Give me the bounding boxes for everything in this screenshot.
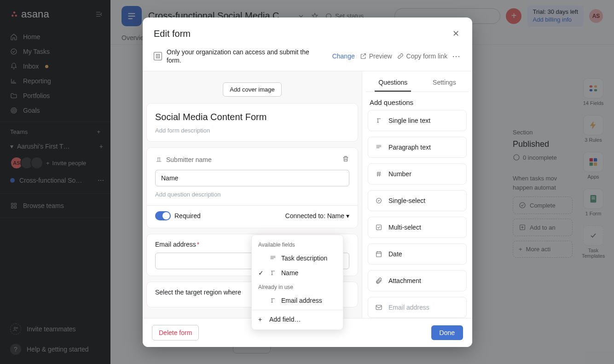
change-access-link[interactable]: Change: [332, 52, 355, 60]
text-para-icon: [269, 254, 277, 262]
form-settings-panel: Questions Settings Add questions Single …: [362, 71, 472, 318]
check-icon: ✓: [258, 269, 265, 277]
text-line-icon: [269, 297, 277, 304]
delete-form-button[interactable]: Delete form: [152, 325, 199, 341]
copy-form-link-button[interactable]: Copy form link: [397, 52, 447, 60]
dd-group-available: Available fields: [252, 238, 343, 251]
text-line-icon: [269, 269, 277, 277]
dd-item-name[interactable]: ✓ Name: [252, 266, 343, 280]
required-toggle[interactable]: [155, 211, 171, 220]
modal-title: Edit form: [154, 29, 191, 39]
chevron-down-icon: ▾: [346, 212, 349, 220]
qtype-date[interactable]: Date: [368, 243, 467, 265]
done-button[interactable]: Done: [431, 325, 463, 340]
radio-icon: [375, 197, 382, 204]
dd-item-email[interactable]: Email address: [252, 293, 343, 308]
form-title[interactable]: Social Media Content Form: [155, 112, 349, 122]
text-line-icon: [375, 117, 382, 124]
svg-rect-32: [376, 306, 382, 310]
question-description-placeholder[interactable]: Add question description: [155, 191, 349, 198]
qtype-paragraph[interactable]: Paragraph text: [368, 137, 467, 158]
text-para-icon: [375, 144, 382, 151]
add-questions-title: Add questions: [362, 92, 472, 110]
preview-button[interactable]: Preview: [359, 52, 392, 60]
question-card-submitter[interactable]: Submitter name Add question description …: [146, 147, 358, 228]
connected-to-dropdown[interactable]: Connected to: Name ▾: [285, 212, 349, 220]
qtype-single-select[interactable]: Single-select: [368, 190, 467, 211]
qtype-single-line[interactable]: Single line text: [368, 110, 467, 131]
form-header-card[interactable]: Social Media Content Form Add form descr…: [146, 103, 358, 142]
form-description-placeholder[interactable]: Add form description: [155, 127, 349, 134]
dd-group-inuse: Already in use: [252, 280, 343, 293]
qtype-email: Email address: [368, 297, 467, 318]
checkbox-icon: [375, 224, 382, 231]
question-label: Submitter name: [166, 156, 212, 163]
required-label: Required: [174, 212, 201, 220]
question-label: Email address: [155, 241, 196, 248]
required-star: *: [197, 241, 199, 248]
svg-rect-31: [377, 252, 382, 257]
connected-field-dropdown[interactable]: Available fields Task description ✓ Name…: [251, 235, 343, 330]
access-message: Only your organization can access and su…: [167, 48, 314, 64]
trash-icon: [342, 155, 349, 162]
text-line-icon: [155, 156, 162, 163]
tab-settings[interactable]: Settings: [429, 73, 460, 92]
question-title-input[interactable]: [155, 170, 349, 186]
hash-icon: [375, 170, 382, 178]
qtype-multi-select[interactable]: Multi-select: [368, 217, 467, 238]
external-link-icon: [359, 52, 367, 60]
modal-subhead: Only your organization can access and su…: [143, 46, 472, 71]
mail-icon: [375, 304, 382, 311]
org-icon: [154, 52, 162, 60]
tab-questions[interactable]: Questions: [375, 73, 411, 92]
more-options-icon[interactable]: ⋯: [452, 51, 461, 61]
close-modal-button[interactable]: ✕: [451, 27, 461, 40]
plus-icon: +: [258, 316, 265, 323]
dd-item-task-description[interactable]: Task description: [252, 251, 343, 266]
dd-add-field[interactable]: + Add field…: [252, 312, 343, 327]
calendar-icon: [375, 250, 382, 258]
paperclip-icon: [375, 277, 382, 284]
qtype-number[interactable]: Number: [368, 163, 467, 185]
add-cover-image-button[interactable]: Add cover image: [223, 82, 282, 97]
link-icon: [397, 52, 404, 60]
delete-question-button[interactable]: [342, 155, 349, 164]
qtype-attachment[interactable]: Attachment: [368, 270, 467, 291]
svg-rect-30: [377, 225, 382, 230]
